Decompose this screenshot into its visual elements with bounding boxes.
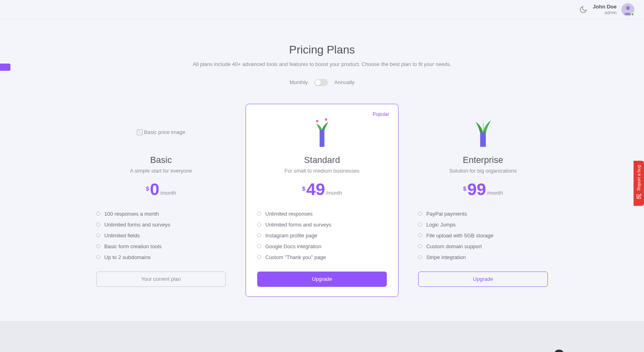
svg-point-1 [626, 6, 630, 10]
feature-list: 100 responses a month Unlimited forms an… [96, 208, 226, 263]
plan-name: Standard [257, 155, 387, 165]
bullet-icon [96, 233, 100, 237]
svg-rect-2 [320, 130, 324, 147]
feature-list: Unlimited responses Unlimited forms and … [257, 208, 387, 263]
popular-badge: Popular [373, 111, 389, 117]
feature-item: 100 responses a month [96, 208, 226, 219]
bullet-icon [257, 244, 261, 248]
report-bug-tab[interactable]: Report a bug [634, 161, 644, 206]
bullet-icon [257, 233, 261, 237]
navbar: John Doe admin [0, 0, 644, 19]
plan-action-button[interactable]: Upgrade [257, 272, 387, 287]
feature-item: Google Docs integration [257, 241, 387, 252]
user-menu[interactable]: John Doe admin [593, 3, 634, 16]
bullet-icon [418, 222, 422, 226]
price-period: /month [487, 190, 503, 196]
bullet-icon [418, 212, 422, 216]
feature-item: Basic form creation tools [96, 241, 226, 252]
bullet-icon [96, 222, 100, 226]
plan-image-broken: Basic price image [96, 116, 226, 148]
plan-name: Basic [96, 155, 226, 165]
svg-point-3 [316, 120, 318, 122]
plan-name: Enterprise [418, 155, 548, 165]
price-amount: 99 [467, 181, 486, 198]
plan-price: $ 0 /month [96, 181, 226, 198]
theme-toggle[interactable] [579, 6, 587, 14]
feature-item: File upload with 5GB storage [418, 230, 548, 241]
plan-description: For small to medium businesses [257, 168, 387, 174]
feature-item: Unlimited forms and surveys [257, 219, 387, 230]
currency-symbol: $ [146, 185, 149, 192]
svg-point-4 [325, 118, 327, 121]
plan-price: $ 49 /month [257, 181, 387, 198]
plan-card-basic: Basic price image Basic A simple start f… [85, 104, 237, 297]
feature-list: PayPal payments Logic Jumps File upload … [418, 208, 548, 263]
switch-knob [315, 80, 321, 85]
monthly-label: Monthly [289, 79, 308, 85]
status-online-icon [631, 12, 634, 16]
page-subtitle: All plans include 40+ advanced tools and… [16, 61, 628, 67]
feature-item: Up to 2 subdomains [96, 252, 226, 263]
feature-item: Stripe integration [418, 252, 548, 263]
feature-item: Instagram profile page [257, 230, 387, 241]
report-bug-label: Report a bug [636, 165, 641, 191]
feature-item: PayPal payments [418, 208, 548, 219]
page-title: Pricing Plans [16, 43, 628, 56]
plan-description: A simple start for everyone [96, 168, 226, 174]
plan-price: $ 99 /month [418, 181, 548, 198]
feature-item: Unlimited fields [96, 230, 226, 241]
feature-item: Custom domain support [418, 241, 548, 252]
bullet-icon [418, 244, 422, 248]
bullet-icon [418, 255, 422, 259]
annually-label: Annually [334, 79, 355, 85]
plan-action-button[interactable]: Your current plan [96, 272, 226, 287]
user-role: admin [593, 10, 617, 15]
price-amount: 0 [150, 181, 159, 198]
svg-rect-5 [480, 132, 486, 147]
bullet-icon [96, 244, 100, 248]
plan-image-plant-icon [418, 116, 548, 148]
plan-description: Solution for big organizations [418, 168, 548, 174]
bullet-icon [257, 212, 261, 216]
currency-symbol: $ [463, 185, 466, 192]
feature-item: Custom "Thank you" page [257, 252, 387, 263]
bullet-icon [257, 222, 261, 226]
currency-symbol: $ [302, 185, 305, 192]
plan-action-button[interactable]: Upgrade [418, 272, 548, 287]
bullet-icon [96, 212, 100, 216]
user-name: John Doe [593, 4, 617, 10]
plan-card-enterprise: Enterprise Solution for big organization… [407, 104, 559, 297]
plan-card-standard: Popular Standard For small to medium bus… [246, 104, 398, 297]
plans-grid: Basic price image Basic A simple start f… [16, 104, 628, 297]
bullet-icon [257, 255, 261, 259]
feature-item: Logic Jumps [418, 219, 548, 230]
buy-now-tab[interactable] [0, 64, 10, 71]
trial-banner: Still not convinced? Start with a 14-day… [0, 321, 644, 352]
price-period: /month [160, 190, 176, 196]
price-amount: 49 [306, 181, 325, 198]
period-switch[interactable] [314, 79, 328, 86]
trial-illustration [499, 337, 596, 352]
billing-period-toggle: Monthly Annually [289, 79, 354, 86]
feature-item: Unlimited forms and surveys [96, 219, 226, 230]
plan-image-plant-icon [257, 116, 387, 148]
avatar[interactable] [621, 3, 634, 16]
edit-icon [636, 194, 642, 200]
moon-icon [579, 6, 587, 14]
feature-item: Unlimited responses [257, 208, 387, 219]
bullet-icon [96, 255, 100, 259]
bullet-icon [418, 233, 422, 237]
price-period: /month [326, 190, 342, 196]
